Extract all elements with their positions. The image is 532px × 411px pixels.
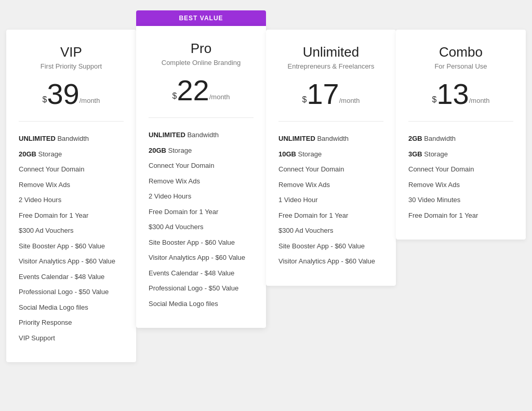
feature-bold: 20GB: [149, 147, 166, 154]
feature-item: Remove Wix Ads: [19, 177, 124, 193]
feature-item: UNLIMITED Bandwidth: [278, 131, 383, 147]
price-amount-combo: 13: [436, 79, 469, 109]
plan-card-combo: ComboFor Personal Use$13/month2GB Bandwi…: [396, 30, 526, 240]
feature-text: Connect Your Domain: [278, 165, 344, 173]
feature-text: VIP Support: [19, 334, 55, 342]
plan-subtitle-combo: For Personal Use: [408, 62, 513, 70]
feature-item: Social Media Logo files: [149, 296, 254, 312]
feature-text: 1 Video Hour: [278, 196, 318, 204]
plan-name-vip: VIP: [19, 44, 124, 60]
feature-text: Storage: [36, 150, 62, 158]
feature-item: UNLIMITED Bandwidth: [149, 127, 254, 143]
feature-text: Professional Logo - $50 Value: [149, 284, 238, 292]
feature-item: Professional Logo - $50 Value: [19, 284, 124, 300]
plan-card-pro: ProComplete Online Branding$22/monthUNLI…: [136, 26, 266, 328]
feature-list-pro: UNLIMITED Bandwidth20GB StorageConnect Y…: [149, 127, 254, 311]
plan-name-pro: Pro: [149, 41, 254, 57]
feature-item: Connect Your Domain: [149, 158, 254, 174]
feature-text: Bandwidth: [185, 131, 219, 139]
feature-bold: UNLIMITED: [149, 131, 185, 139]
feature-text: Connect Your Domain: [408, 165, 474, 173]
currency-combo: $: [432, 95, 437, 104]
feature-text: Visitor Analytics App - $60 Value: [278, 257, 375, 265]
price-row-vip: $39/month: [19, 79, 124, 109]
feature-text: 30 Video Minutes: [408, 196, 460, 204]
feature-bold: UNLIMITED: [278, 135, 315, 142]
feature-list-vip: UNLIMITED Bandwidth20GB StorageConnect Y…: [19, 131, 124, 346]
feature-text: Storage: [422, 150, 448, 158]
feature-text: Remove Wix Ads: [278, 181, 330, 189]
feature-text: Priority Response: [19, 319, 72, 326]
plan-card-vip: VIPFirst Priority Support$39/monthUNLIMI…: [6, 30, 136, 362]
plan-card-unlimited: UnlimitedEntrepreneurs & Freelancers$17/…: [266, 30, 396, 286]
feature-text: Storage: [296, 150, 322, 158]
feature-item: 1 Video Hour: [278, 192, 383, 208]
feature-text: Visitor Analytics App - $60 Value: [149, 254, 245, 261]
price-amount-vip: 39: [47, 79, 79, 109]
divider-combo: [408, 121, 513, 122]
feature-text: 2 Video Hours: [149, 192, 191, 200]
feature-item: $300 Ad Vouchers: [149, 219, 254, 235]
feature-item: Events Calendar - $48 Value: [149, 266, 254, 281]
feature-item: Site Booster App - $60 Value: [149, 235, 254, 250]
currency-unlimited: $: [302, 95, 307, 104]
feature-bold: 20GB: [19, 150, 36, 158]
feature-item: Remove Wix Ads: [408, 177, 513, 193]
feature-item: Social Media Logo files: [19, 300, 124, 315]
plan-wrapper-pro: BEST VALUEProComplete Online Branding$22…: [136, 10, 266, 328]
price-period-unlimited: /month: [339, 97, 360, 104]
feature-item: Professional Logo - $50 Value: [149, 281, 254, 296]
feature-item: Site Booster App - $60 Value: [19, 238, 124, 254]
feature-item: VIP Support: [19, 330, 124, 346]
feature-text: Storage: [166, 147, 192, 154]
currency-vip: $: [43, 95, 47, 104]
feature-item: Remove Wix Ads: [278, 177, 383, 193]
feature-bold: UNLIMITED: [19, 135, 56, 142]
best-value-badge: BEST VALUE: [136, 10, 266, 26]
divider-pro: [149, 117, 254, 118]
price-amount-unlimited: 17: [307, 79, 339, 109]
feature-text: Events Calendar - $48 Value: [149, 269, 234, 277]
feature-text: Free Domain for 1 Year: [278, 211, 348, 219]
feature-text: Visitor Analytics App - $60 Value: [19, 257, 115, 265]
price-period-pro: /month: [209, 93, 230, 101]
feature-item: Events Calendar - $48 Value: [19, 269, 124, 285]
feature-item: Connect Your Domain: [278, 162, 383, 177]
feature-text: Remove Wix Ads: [149, 177, 200, 185]
plan-subtitle-vip: First Priority Support: [19, 62, 124, 70]
feature-item: 3GB Storage: [408, 147, 513, 162]
feature-item: Visitor Analytics App - $60 Value: [278, 254, 383, 269]
feature-text: Free Domain for 1 Year: [149, 208, 218, 216]
feature-item: Free Domain for 1 Year: [278, 208, 383, 223]
plan-wrapper-unlimited: UnlimitedEntrepreneurs & Freelancers$17/…: [266, 10, 396, 286]
feature-item: Site Booster App - $60 Value: [278, 238, 383, 254]
feature-text: Bandwidth: [422, 135, 456, 142]
feature-text: Site Booster App - $60 Value: [278, 242, 365, 250]
feature-text: $300 Ad Vouchers: [149, 223, 204, 231]
feature-item: Free Domain for 1 Year: [19, 208, 124, 223]
feature-text: Bandwidth: [315, 135, 349, 142]
feature-list-unlimited: UNLIMITED Bandwidth10GB StorageConnect Y…: [278, 131, 383, 269]
feature-item: Connect Your Domain: [19, 162, 124, 177]
feature-text: Remove Wix Ads: [19, 181, 70, 189]
feature-text: Social Media Logo files: [19, 303, 88, 311]
feature-text: 2 Video Hours: [19, 196, 61, 204]
feature-item: $300 Ad Vouchers: [19, 223, 124, 238]
feature-bold: 3GB: [408, 150, 422, 158]
feature-item: 2 Video Hours: [19, 192, 124, 208]
feature-text: Professional Logo - $50 Value: [19, 288, 109, 296]
divider-unlimited: [278, 121, 383, 122]
currency-pro: $: [172, 91, 177, 101]
feature-item: 10GB Storage: [278, 147, 383, 162]
price-period-combo: /month: [469, 97, 490, 104]
feature-text: $300 Ad Vouchers: [278, 227, 334, 234]
feature-bold: 2GB: [408, 135, 422, 142]
plan-subtitle-pro: Complete Online Branding: [149, 59, 254, 67]
feature-item: 30 Video Minutes: [408, 192, 513, 208]
price-period-vip: /month: [79, 97, 100, 104]
feature-item: Free Domain for 1 Year: [149, 204, 254, 220]
price-amount-pro: 22: [177, 76, 209, 105]
feature-text: Site Booster App - $60 Value: [19, 242, 105, 250]
feature-item: 2GB Bandwidth: [408, 131, 513, 147]
plan-subtitle-unlimited: Entrepreneurs & Freelancers: [278, 62, 383, 70]
